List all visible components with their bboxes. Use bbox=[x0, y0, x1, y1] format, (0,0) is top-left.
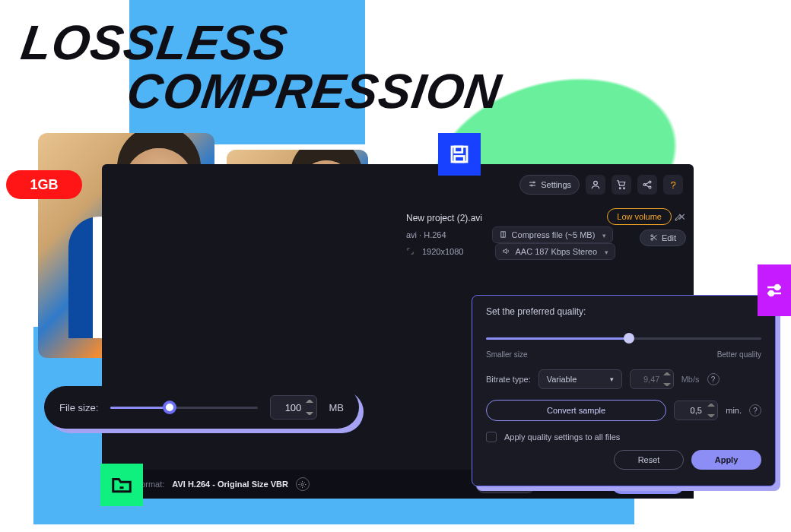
apply-all-checkbox[interactable] bbox=[486, 432, 497, 442]
share-icon[interactable] bbox=[637, 175, 657, 195]
folder-tile-icon bbox=[100, 464, 143, 506]
stepper-icon[interactable] bbox=[707, 404, 715, 417]
apply-button[interactable]: Apply bbox=[691, 450, 761, 470]
bitrate-type-label: Bitrate type: bbox=[486, 375, 531, 384]
save-tile-icon bbox=[438, 133, 481, 176]
bitrate-unit: Mb/s bbox=[681, 375, 700, 384]
sliders-icon bbox=[528, 179, 537, 190]
chevron-down-icon bbox=[602, 247, 608, 256]
scissors-icon bbox=[650, 233, 658, 243]
svg-point-2 bbox=[594, 181, 598, 185]
help-icon[interactable]: ? bbox=[663, 175, 683, 195]
stepper-icon[interactable] bbox=[663, 372, 671, 386]
sample-duration-input[interactable]: 0,5 bbox=[674, 401, 718, 420]
container-codec: avi · H.264 bbox=[406, 230, 446, 239]
apply-all-label: Apply quality settings to all files bbox=[504, 432, 620, 442]
convert-sample-button[interactable]: Convert sample bbox=[486, 400, 666, 421]
convert-sample-label: Convert sample bbox=[547, 406, 605, 415]
reset-button[interactable]: Reset bbox=[614, 450, 684, 470]
low-volume-button[interactable]: Low volume bbox=[607, 208, 672, 225]
app-topbar: Settings ? bbox=[519, 175, 683, 195]
svg-rect-13 bbox=[455, 147, 462, 153]
svg-point-4 bbox=[624, 188, 625, 189]
apply-label: Apply bbox=[715, 455, 739, 464]
audio-dropdown[interactable]: AAC 187 Kbps Stereo bbox=[495, 243, 615, 260]
file-size-value: 100 bbox=[285, 402, 302, 413]
slider-thumb[interactable] bbox=[163, 401, 176, 414]
svg-rect-14 bbox=[455, 157, 465, 163]
file-size-unit: MB bbox=[329, 402, 345, 413]
gear-icon[interactable] bbox=[296, 477, 310, 491]
svg-point-11 bbox=[302, 483, 304, 486]
quality-panel: Set the preferred quality: Smaller size … bbox=[472, 295, 776, 486]
stepper-icon[interactable] bbox=[306, 400, 313, 415]
bitrate-num: 9,47 bbox=[643, 375, 659, 384]
low-volume-label: Low volume bbox=[617, 212, 662, 221]
edit-label: Edit bbox=[662, 233, 676, 242]
quality-slider[interactable] bbox=[486, 329, 761, 347]
output-format-value: AVI H.264 - Original Size VBR bbox=[172, 480, 288, 489]
quality-title: Set the preferred quality: bbox=[486, 306, 761, 317]
expand-icon bbox=[406, 247, 415, 257]
compress-dropdown[interactable]: Compress file (~5 MB) bbox=[492, 226, 614, 243]
slider-thumb[interactable] bbox=[624, 333, 634, 344]
chevron-down-icon bbox=[599, 230, 606, 239]
project-info: New project (2).avi avi · H.264 Compress… bbox=[406, 210, 683, 260]
help-icon[interactable]: ? bbox=[749, 404, 761, 416]
compress-label: Compress file (~5 MB) bbox=[512, 230, 596, 239]
bitrate-type-select[interactable]: Variable ▾ bbox=[538, 369, 622, 389]
close-icon[interactable]: ✕ bbox=[678, 211, 686, 223]
edit-button[interactable]: Edit bbox=[640, 230, 686, 246]
better-quality-label: Better quality bbox=[717, 350, 761, 359]
sliders-tile-icon bbox=[758, 264, 791, 316]
svg-point-16 bbox=[769, 291, 774, 296]
file-size-input[interactable]: 100 bbox=[270, 395, 317, 420]
svg-point-1 bbox=[531, 185, 532, 186]
headline: LOSSLESS COMPRESSION bbox=[11, 18, 511, 116]
audio-label: AAC 187 Kbps Stereo bbox=[515, 247, 597, 256]
user-icon[interactable] bbox=[586, 175, 605, 195]
settings-label: Settings bbox=[541, 180, 571, 189]
speaker-icon bbox=[502, 247, 510, 257]
reset-label: Reset bbox=[638, 455, 660, 464]
sample-min-value: 0,5 bbox=[691, 406, 702, 415]
headline-line2: COMPRESSION bbox=[124, 67, 504, 116]
cart-icon[interactable] bbox=[612, 175, 631, 195]
bitrate-value-input[interactable]: 9,47 bbox=[630, 369, 674, 389]
sample-unit: min. bbox=[726, 406, 742, 415]
settings-button[interactable]: Settings bbox=[519, 175, 580, 195]
file-size-bar: File size: 100 MB bbox=[44, 386, 359, 429]
smaller-size-label: Smaller size bbox=[486, 350, 527, 359]
svg-point-3 bbox=[619, 188, 621, 189]
project-title: New project (2).avi bbox=[406, 213, 482, 223]
file-size-slider[interactable] bbox=[110, 400, 257, 415]
svg-point-15 bbox=[775, 285, 780, 290]
file-size-label: File size: bbox=[59, 402, 98, 413]
resolution: 1920x1080 bbox=[422, 247, 463, 256]
headline-line1: LOSSLESS bbox=[18, 18, 511, 67]
size-badge-before: 1GB bbox=[6, 170, 82, 199]
compress-icon bbox=[499, 230, 507, 240]
svg-point-0 bbox=[533, 182, 535, 183]
bitrate-type-value: Variable bbox=[547, 375, 577, 384]
help-icon[interactable]: ? bbox=[707, 373, 720, 385]
